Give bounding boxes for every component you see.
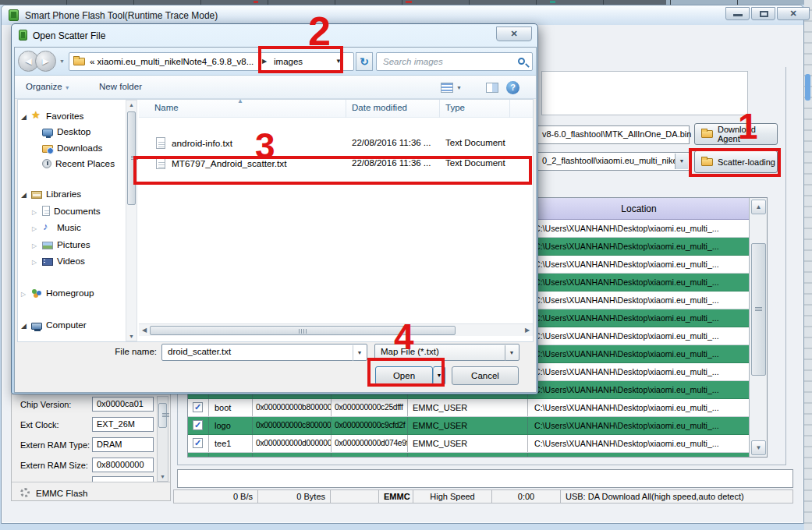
partition-cell bbox=[188, 453, 209, 458]
scroll-up-icon[interactable]: ▲ bbox=[129, 102, 134, 108]
scroll-down-icon[interactable]: ▼ bbox=[129, 334, 134, 339]
star-icon bbox=[31, 111, 42, 121]
window-controls bbox=[725, 7, 810, 20]
tree-item-desktop[interactable]: Desktop bbox=[32, 126, 90, 141]
flash-tool-title: Smart Phone Flash Tool(Runtime Trace Mod… bbox=[25, 10, 218, 21]
tree-item-downloads[interactable]: Downloads bbox=[32, 143, 102, 157]
tree-expander-icon[interactable]: ▷ bbox=[32, 209, 42, 216]
documents-icon bbox=[42, 206, 50, 216]
annotation-number-4: 4 bbox=[394, 319, 414, 355]
preview-pane-icon[interactable] bbox=[486, 83, 498, 93]
partition-table-row[interactable]: ✓logo0x000000000c8000000x000000000c9cfd2… bbox=[188, 417, 749, 435]
dialog-title: Open Scatter File bbox=[33, 30, 105, 41]
help-icon[interactable]: ? bbox=[506, 81, 519, 94]
views-icon[interactable] bbox=[441, 83, 453, 93]
partition-cell bbox=[528, 453, 750, 458]
partition-checkbox[interactable]: ✓ bbox=[188, 435, 209, 452]
chevron-down-icon[interactable]: ▼ bbox=[456, 85, 462, 90]
minimize-icon bbox=[733, 14, 743, 16]
panel-scrollbar[interactable]: ▼ bbox=[157, 396, 168, 482]
partition-table-row[interactable]: ✓boot0x000000000b8000000x000000000c25dff… bbox=[188, 399, 749, 417]
chevron-down-icon[interactable]: ▼ bbox=[675, 154, 688, 169]
partition-location: C:\Users\XUANHANH\Desktop\xiaomi.eu_mult… bbox=[528, 363, 750, 380]
file-row[interactable]: android-info.txt22/08/2016 11:36 ...Text… bbox=[139, 134, 533, 154]
tree-item-pictures[interactable]: ▷Pictures bbox=[32, 239, 90, 254]
tree-scrollbar[interactable]: ▲ ▼ bbox=[126, 100, 137, 341]
breadcrumb-parent[interactable]: « xiaomi.eu_multi_nikelNote4_6.9.8_v8... bbox=[90, 53, 259, 70]
background-scrollbar-fragment bbox=[805, 74, 810, 101]
tree-item-libraries[interactable]: ◢Libraries bbox=[21, 189, 81, 203]
scroll-down-icon[interactable]: ▼ bbox=[160, 474, 165, 479]
partition-region: EMMC_USER bbox=[408, 417, 528, 434]
search-icon[interactable] bbox=[518, 58, 525, 65]
status-bar: 0 B/s0 BytesEMMCHigh Speed0:00USB: DA Do… bbox=[173, 489, 793, 504]
partition-checkbox[interactable]: ✓ bbox=[188, 399, 209, 416]
partition-begin-address: 0x000000000b800000 bbox=[253, 399, 332, 416]
status-chip: EMMC bbox=[379, 489, 413, 504]
chevron-down-icon[interactable]: ▼ bbox=[353, 345, 366, 361]
tree-expander-icon[interactable]: ▷ bbox=[21, 291, 31, 298]
tree-item-documents[interactable]: ▷Documents bbox=[32, 206, 101, 221]
partition-end-address: 0x000000000c25dfff bbox=[332, 399, 408, 416]
close-button[interactable] bbox=[777, 7, 810, 20]
dialog-app-icon bbox=[19, 30, 27, 41]
scrollbar-thumb[interactable] bbox=[158, 403, 167, 428]
background-artifact bbox=[254, 1, 258, 3]
tree-expander-icon[interactable]: ◢ bbox=[21, 322, 31, 330]
tree-item-videos[interactable]: ▷Videos bbox=[32, 256, 85, 270]
download-agent-button[interactable]: Download Agent bbox=[694, 123, 778, 145]
file-name-combobox[interactable]: droid_scatter.txt ▼ bbox=[161, 344, 367, 361]
partition-cell bbox=[408, 453, 528, 458]
tree-item-recent-places[interactable]: Recent Places bbox=[32, 158, 115, 173]
scroll-left-icon[interactable]: ◀ bbox=[140, 326, 149, 335]
dialog-body: ◀ ▶ ▼ « xiaomi.eu_multi_nikelNote4_6.9.8… bbox=[14, 47, 537, 393]
dialog-close-button[interactable] bbox=[496, 26, 532, 41]
partition-region: EMMC_USER bbox=[408, 399, 528, 416]
column-divider bbox=[439, 100, 440, 118]
tree-expander-icon[interactable]: ▷ bbox=[32, 225, 42, 232]
scroll-up-icon[interactable]: ▲ bbox=[751, 200, 766, 214]
tree-item-homegroup[interactable]: ▷Homegroup bbox=[21, 288, 94, 302]
partition-begin-address: 0x000000000d000000 bbox=[253, 435, 332, 452]
column-header-date[interactable]: Date modified bbox=[352, 103, 407, 112]
maximize-button[interactable] bbox=[751, 7, 775, 20]
cancel-button[interactable]: Cancel bbox=[452, 366, 519, 385]
sort-ascending-icon: ▲ bbox=[237, 97, 243, 104]
partition-checkbox[interactable]: ✓ bbox=[188, 417, 209, 434]
scroll-down-icon[interactable]: ▼ bbox=[751, 440, 766, 455]
checkmark-icon: ✓ bbox=[193, 402, 203, 412]
column-divider bbox=[509, 100, 510, 118]
partition-table-row[interactable]: ✓tee10x000000000d0000000x000000000d074e9… bbox=[188, 435, 749, 453]
location-column-header[interactable]: Location bbox=[528, 198, 750, 220]
file-type: Text Document bbox=[445, 138, 505, 147]
tree-item-favorites[interactable]: ◢Favorites bbox=[21, 111, 84, 125]
history-dropdown-icon[interactable]: ▼ bbox=[59, 58, 65, 64]
partition-name: logo bbox=[209, 417, 253, 434]
checkmark-icon: ✓ bbox=[193, 420, 203, 430]
partition-table-row[interactable] bbox=[188, 453, 749, 458]
tree-item-label: Recent Places bbox=[55, 158, 115, 169]
new-folder-button[interactable]: New folder bbox=[99, 82, 142, 91]
status-usb: USB: DA Download All(high speed,auto det… bbox=[561, 489, 793, 504]
tree-expander-icon[interactable]: ◢ bbox=[21, 191, 31, 199]
tree-expander-icon[interactable]: ◢ bbox=[21, 113, 31, 121]
tree-item-music[interactable]: ▷Music bbox=[32, 222, 81, 237]
organize-menu[interactable]: Organize▼ bbox=[26, 82, 70, 91]
table-vertical-scrollbar[interactable]: ▲ ▼ bbox=[749, 198, 768, 457]
chevron-down-icon[interactable]: ▼ bbox=[505, 345, 518, 361]
tree-expander-icon[interactable]: ▷ bbox=[32, 242, 42, 249]
tree-expander-icon[interactable]: ▷ bbox=[32, 259, 42, 266]
forward-button[interactable]: ▶ bbox=[35, 51, 56, 72]
minimize-button[interactable] bbox=[725, 7, 750, 20]
scroll-right-icon[interactable]: ▶ bbox=[523, 326, 532, 335]
partition-location: C:\Users\XUANHANH\Desktop\xiaomi.eu_mult… bbox=[528, 399, 750, 416]
list-horizontal-scrollbar[interactable]: ◀ ▶ bbox=[139, 323, 533, 336]
search-input[interactable] bbox=[377, 53, 532, 70]
refresh-button[interactable]: ↻ bbox=[356, 52, 373, 71]
scrollbar-thumb[interactable] bbox=[751, 243, 766, 376]
column-header-type[interactable]: Type bbox=[445, 103, 465, 112]
annotation-box-scatter-file bbox=[133, 156, 532, 185]
column-header-name[interactable]: Name bbox=[154, 103, 179, 112]
tree-item-computer[interactable]: ◢Computer bbox=[21, 320, 87, 334]
partition-location: C:\Users\XUANHANH\Desktop\xiaomi.eu_mult… bbox=[528, 274, 750, 291]
